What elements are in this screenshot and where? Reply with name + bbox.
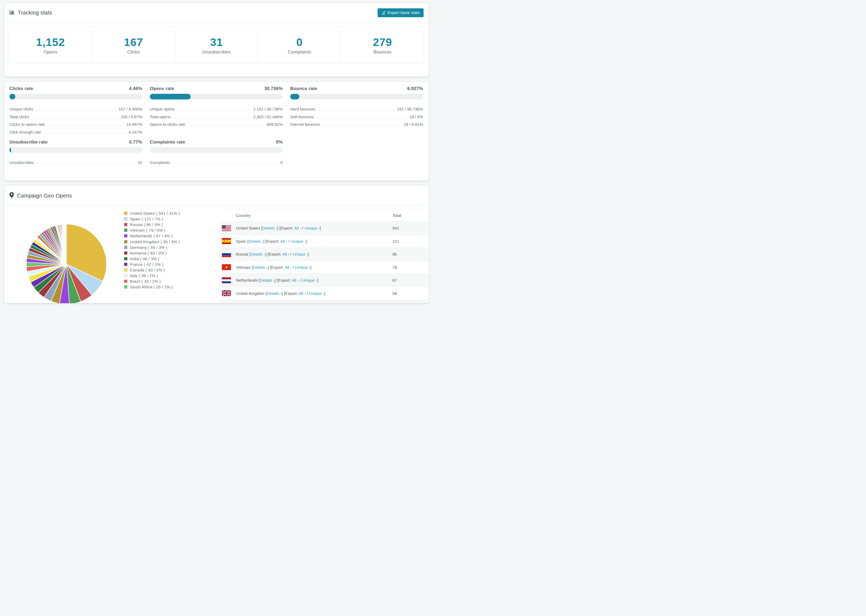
country-name: United Kingdom (236, 291, 265, 295)
rate-value: 6.927% (407, 86, 423, 91)
stat-clicks-value: 167 (124, 36, 143, 48)
metric-row: Clicks to opens rate14.497% (9, 119, 142, 127)
export-all-link[interactable]: All › (282, 252, 290, 256)
export-all-link[interactable]: All › (294, 226, 301, 230)
stat-bounces-label: Bounces (373, 49, 392, 55)
stat-opens-value: 1,152 (36, 36, 65, 48)
export-all-link[interactable]: All › (280, 239, 287, 244)
metric-label: Soft bounces (290, 114, 314, 119)
bracket: ] [Export: (265, 252, 282, 256)
stat-clicks-label: Clicks (127, 49, 140, 55)
pie-slice-other-40[interactable] (66, 224, 66, 264)
legend-swatch (124, 212, 128, 215)
country-name: Vietnam (236, 265, 251, 270)
legend-label: United Kingdom ( 59 / 3% ) (130, 239, 179, 244)
stats-summary-row: 1,152 Opens 167 Clicks 31 Unsubscribes 0… (9, 26, 424, 64)
table-row: United Kingdom [Details ›] [Export: All … (220, 287, 428, 300)
export-button-label: Export basic stats (387, 11, 420, 15)
metric-value: 220 / 5.87% (121, 114, 142, 119)
slash: / (289, 252, 293, 256)
export-basic-stats-button[interactable]: Export basic stats (378, 8, 424, 17)
legend-swatch (124, 217, 128, 221)
bracket: ] (308, 252, 309, 256)
details-link[interactable]: Details › (262, 226, 277, 230)
legend-label: Germany ( 55 / 3% ) (130, 245, 167, 250)
legend-item: Netherlands ( 67 / 4% ) (124, 233, 180, 239)
export-unique-link[interactable]: Unique › (293, 252, 308, 256)
details-link[interactable]: Details › (250, 252, 265, 256)
details-link[interactable]: Details › (267, 291, 282, 295)
metric-label: Unique opens (150, 107, 175, 112)
legend-swatch (124, 223, 128, 226)
progress-bar (290, 94, 423, 99)
bracket: ] [Export: (268, 265, 285, 270)
dotted-leader (31, 118, 118, 118)
details-link[interactable]: Details › (253, 265, 268, 270)
geo-header: Campaign Geo Opens (4, 186, 429, 206)
rate-value: 4.46% (129, 86, 142, 91)
legend-item: South Africa ( 29 / 2% ) (124, 284, 180, 290)
export-unique-link[interactable]: Unique › (302, 278, 317, 283)
stat-bounces: 279 Bounces (341, 27, 424, 64)
progress-bar (9, 94, 142, 99)
legend-swatch (124, 228, 128, 232)
dashboard-page: Tracking stats Export basic stats 1,152 … (0, 0, 433, 308)
metric-value: 1,152 / 30.736% (254, 107, 283, 112)
metric-label: Hard bounces (290, 107, 315, 112)
rate-value: 0% (276, 140, 283, 145)
table-row: Netherlands [Details ›] [Export: All › /… (220, 273, 428, 287)
stat-unsubscribes-label: Unsubscribes (202, 49, 230, 55)
metric-row: Unsubscribes31 (9, 158, 142, 165)
export-unique-link[interactable]: Unique › (309, 291, 324, 295)
export-all-link[interactable]: All › (292, 278, 299, 283)
metric-label: Opens to clicks rate (150, 122, 185, 127)
legend-swatch (124, 246, 128, 249)
flag-icon-vn (222, 264, 231, 270)
export-all-link[interactable]: All › (299, 291, 305, 295)
legend-item: Canada ( 40 / 2% ) (124, 267, 180, 273)
rate-title: Complaints rate (150, 140, 185, 145)
stat-complaints-label: Complaints (288, 49, 311, 55)
metric-value: 242 / 86.738% (397, 107, 423, 112)
country-name: United States (236, 226, 260, 230)
export-unique-link[interactable]: Unique › (304, 226, 320, 230)
rates-grid: Clicks rate4.46%Unique clicks167 / 4.456… (4, 82, 429, 165)
export-all-link[interactable]: All › (285, 265, 292, 270)
dotted-leader (323, 126, 401, 126)
metric-row: Unique clicks167 / 4.456% (9, 104, 142, 112)
bracket: ] (306, 239, 307, 244)
export-unique-link[interactable]: Unique › (295, 265, 310, 270)
stat-complaints: 0 Complaints (258, 27, 341, 64)
rate-title: Clicks rate (9, 86, 33, 91)
legend-item: Italy ( 36 / 2% ) (124, 273, 180, 278)
slash: / (287, 239, 291, 244)
country-total: 86 (392, 248, 397, 261)
slash: / (291, 265, 295, 270)
stat-bounces-value: 279 (373, 36, 392, 48)
slash: / (299, 278, 302, 283)
flag-icon-us (222, 225, 231, 231)
stat-unsubscribes: 31 Unsubscribes (175, 27, 258, 64)
legend-label: India ( 46 / 3% ) (130, 256, 159, 261)
metric-label: Clicks to opens rate (9, 122, 45, 127)
legend-item: Russia ( 86 / 5% ) (124, 222, 180, 227)
export-icon (381, 11, 386, 15)
details-link[interactable]: Details › (260, 278, 275, 283)
legend-swatch (124, 280, 128, 283)
rate-block-bounce-rate: Bounce rate6.927%Hard bounces242 / 86.73… (290, 86, 423, 135)
bracket: ] [Export: (282, 291, 299, 295)
rate-block-unsubscribe-rate: Unsubscribe rate0.77%Unsubscribes31 (9, 139, 142, 165)
progress-bar-fill (150, 94, 191, 99)
metric-row: Total opens2,303 / 61.446% (150, 112, 283, 119)
pie-legend: United States ( 541 / 31% )Spain ( 121 /… (124, 211, 180, 290)
slash: / (301, 226, 305, 230)
metric-label: Internal bounces (290, 122, 320, 127)
export-unique-link[interactable]: Unique › (290, 239, 306, 244)
geo-table-header: Country Total (220, 209, 428, 222)
metric-row: Hard bounces242 / 86.738% (290, 104, 423, 112)
country-name: Spain (236, 239, 246, 244)
campaign-geo-opens-card: Campaign Geo Opens United States ( 541 /… (4, 186, 429, 303)
details-link[interactable]: Details › (249, 239, 263, 244)
progress-bar-fill (290, 94, 299, 99)
dotted-leader (173, 118, 251, 118)
